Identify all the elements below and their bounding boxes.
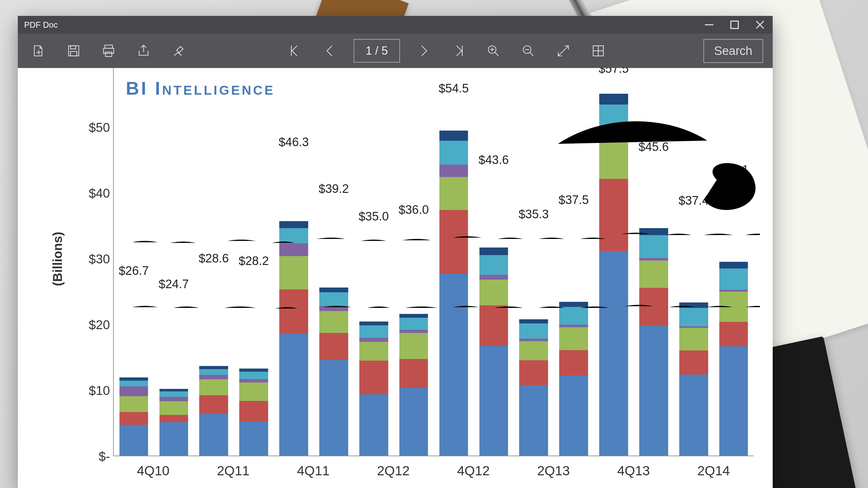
fit-page-button[interactable] <box>552 39 575 62</box>
bar-segment <box>519 385 548 456</box>
view-grid-button[interactable] <box>587 39 610 62</box>
bar-segment <box>199 369 228 375</box>
bar-segment <box>439 141 468 164</box>
bar-segment <box>599 179 628 251</box>
stacked-bar: $39.2 <box>319 198 348 456</box>
bar-segment <box>359 338 388 342</box>
bar-segment <box>679 302 708 308</box>
bar-segment <box>279 256 308 289</box>
svg-rect-9 <box>105 52 112 57</box>
bar-segment <box>359 394 388 456</box>
next-page-button[interactable] <box>412 39 435 62</box>
y-axis-label: (Billions) <box>51 232 65 286</box>
document-area[interactable]: iPhoneiPadMaciPodiTunes And SoftwareAcce… <box>18 68 773 488</box>
open-file-button[interactable] <box>27 39 50 62</box>
x-tick-label: 4Q10 <box>113 463 193 479</box>
bar-segment <box>519 339 548 341</box>
bar-segment <box>519 360 548 385</box>
x-tick-label: 2Q13 <box>514 463 593 479</box>
stacked-bar: $42.1 <box>719 179 748 456</box>
search-button[interactable]: Search <box>704 39 763 63</box>
bar-slot: $28.2 <box>234 68 274 456</box>
bar-slot: $36.0 <box>394 68 434 456</box>
stacked-bar: $28.2 <box>239 270 268 456</box>
bar-segment <box>639 258 668 261</box>
maximize-button[interactable] <box>728 19 741 31</box>
first-page-button[interactable] <box>284 39 307 62</box>
minimize-button[interactable] <box>703 19 715 31</box>
prev-page-button[interactable] <box>319 39 342 62</box>
bar-segment <box>159 397 188 401</box>
save-button[interactable] <box>62 39 85 62</box>
bar-segment <box>599 104 628 132</box>
bar-segment <box>159 391 188 397</box>
bar-segment <box>559 327 588 350</box>
stacked-bar: $46.3 <box>279 152 308 456</box>
bar-segment <box>479 255 508 275</box>
stacked-bar: $43.6 <box>479 169 508 456</box>
bar-segment <box>239 401 268 422</box>
bar-segment <box>399 330 428 333</box>
bar-segment <box>639 326 668 456</box>
last-page-button[interactable] <box>447 39 470 62</box>
bar-segment <box>439 164 468 177</box>
stacked-bar: $36.0 <box>399 219 428 456</box>
bar-segment <box>279 243 308 256</box>
bar-segment <box>239 379 268 383</box>
bar-segment <box>439 274 468 456</box>
bar-segment <box>559 307 588 325</box>
y-axis: (Billions) $-$10$20$30$40$50$60 <box>62 68 110 456</box>
zoom-in-button[interactable] <box>482 39 505 62</box>
bar-segment <box>120 386 148 396</box>
bar-segment <box>399 318 428 330</box>
bar-segment <box>279 221 308 228</box>
chart: iPhoneiPadMaciPodiTunes And SoftwareAcce… <box>31 68 760 482</box>
zoom-out-button[interactable] <box>517 39 540 62</box>
bar-segment <box>199 395 228 414</box>
svg-line-13 <box>495 53 498 56</box>
bar-slot: $43.6 <box>474 68 514 456</box>
svg-rect-1 <box>731 21 738 28</box>
stacked-bar: $35.0 <box>359 226 388 456</box>
bar-segment <box>359 325 388 338</box>
bar-segment <box>120 425 148 456</box>
bar-segment <box>559 350 588 375</box>
bar-segment <box>159 415 188 423</box>
close-button[interactable] <box>754 19 766 31</box>
bar-segment <box>279 289 308 334</box>
title-bar[interactable]: PDF Doc <box>18 16 773 34</box>
print-button[interactable] <box>97 39 120 62</box>
bar-segment <box>639 235 668 258</box>
bar-segment <box>159 389 188 392</box>
bar-segment <box>239 372 268 379</box>
stacked-bar: $26.7 <box>120 280 148 456</box>
bar-segment <box>199 414 228 456</box>
svg-rect-6 <box>70 52 77 56</box>
bar-segment <box>479 346 508 456</box>
stacked-bar: $24.7 <box>159 294 188 456</box>
bar-segment <box>239 422 268 456</box>
share-button[interactable] <box>132 39 155 62</box>
bar-slot: $37.5 <box>554 68 594 456</box>
bar-segment <box>719 292 748 322</box>
bar-segment <box>639 288 668 326</box>
bar-segment <box>399 388 428 456</box>
bar-segment <box>399 333 428 359</box>
bar-segment <box>279 228 308 243</box>
bar-segment <box>319 333 348 360</box>
bar-segment <box>439 210 468 274</box>
y-tick: $40 <box>65 186 110 201</box>
bar-segment <box>719 269 748 290</box>
bar-segment <box>239 383 268 401</box>
bar-segment <box>439 177 468 210</box>
pdf-viewer-window: PDF Doc <box>18 16 773 488</box>
bar-segment <box>120 396 148 412</box>
bar-segment <box>599 132 628 139</box>
page-indicator[interactable]: 1 / 5 <box>353 39 400 63</box>
x-tick-label: 2Q11 <box>193 463 273 479</box>
ink-annotate-button[interactable] <box>167 39 190 62</box>
bar-segment <box>679 308 708 326</box>
x-axis: 4Q102Q114Q112Q124Q122Q134Q132Q14 <box>113 463 754 479</box>
bar-segment <box>639 261 668 288</box>
bar-segment <box>519 319 548 324</box>
